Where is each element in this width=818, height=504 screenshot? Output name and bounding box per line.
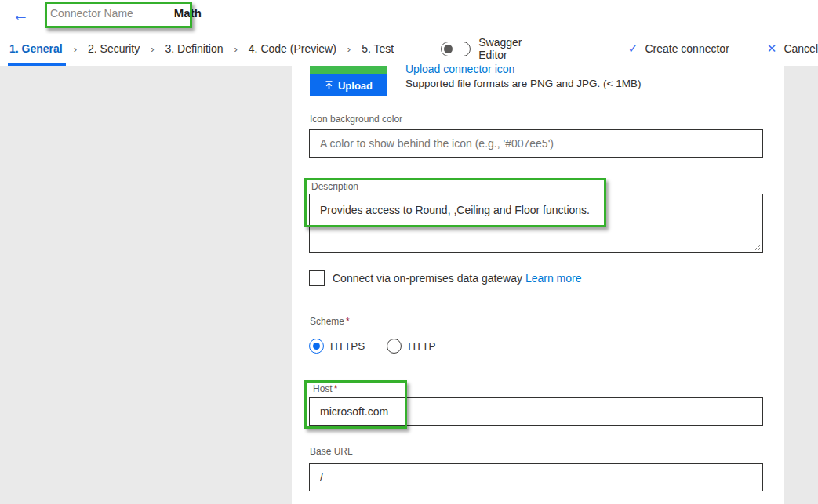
general-form: Upload Upload connector icon Supported f… [292, 66, 784, 504]
radio-http-label: HTTP [408, 340, 435, 352]
host-label-text: Host [313, 383, 333, 394]
swagger-editor-toggle[interactable] [441, 42, 471, 56]
tab-test[interactable]: 5. Test [362, 41, 394, 56]
swagger-editor-label: Swagger Editor [478, 36, 545, 61]
upload-button[interactable]: Upload [310, 74, 387, 96]
scrollbar-track[interactable] [784, 66, 818, 504]
wizard-nav: 1. General › 2. Security › 3. Definition… [0, 31, 818, 66]
required-asterisk: * [346, 316, 350, 327]
radio-circle-icon [387, 339, 402, 354]
connector-name-field[interactable]: Connector Name Math [50, 6, 202, 20]
connector-name-value: Math [174, 6, 202, 20]
cancel-button[interactable]: ✕ Cancel [767, 42, 818, 56]
gateway-row: Connect via on-premises data gateway Lea… [309, 270, 582, 286]
connector-name-label: Connector Name [50, 7, 133, 20]
gateway-label-text: Connect via on-premises data gateway [333, 272, 522, 285]
chevron-right-icon: › [234, 43, 237, 55]
host-input[interactable] [309, 397, 763, 426]
back-arrow-icon[interactable]: ← [13, 4, 29, 26]
scheme-label-text: Scheme [310, 316, 344, 327]
resize-grip-icon[interactable] [754, 244, 762, 251]
radio-circle-icon [309, 339, 324, 354]
connector-icon-preview [310, 66, 387, 74]
cancel-label: Cancel [783, 42, 818, 55]
base-url-label: Base URL [310, 446, 353, 457]
radio-http[interactable]: HTTP [387, 339, 435, 354]
radio-https[interactable]: HTTPS [309, 339, 365, 354]
radio-https-label: HTTPS [330, 340, 365, 352]
host-label: Host* [313, 383, 337, 394]
upload-connector-icon-link[interactable]: Upload connector icon [405, 63, 514, 75]
tab-definition[interactable]: 3. Definition [165, 41, 224, 56]
description-label: Description [311, 181, 358, 192]
scheme-label: Scheme* [310, 316, 350, 327]
create-connector-button[interactable]: ✓ Create connector [628, 42, 729, 56]
upload-icon [325, 81, 333, 90]
tab-general[interactable]: 1. General [9, 41, 63, 56]
icon-bg-color-label: Icon background color [310, 114, 402, 125]
learn-more-link[interactable]: Learn more [525, 272, 582, 285]
tab-security[interactable]: 2. Security [88, 41, 140, 56]
left-panel [0, 66, 292, 504]
icon-bg-color-input[interactable] [309, 129, 763, 158]
toggle-knob [444, 45, 453, 53]
upload-format-hint: Supported file formats are PNG and JPG. … [405, 78, 642, 89]
tab-code-preview[interactable]: 4. Code (Preview) [249, 41, 336, 56]
scheme-radio-group: HTTPS HTTP [309, 339, 458, 354]
connector-wizard-window: ← Connector Name Math 1. General › 2. Se… [0, 0, 818, 504]
upload-button-label: Upload [338, 80, 373, 92]
checkmark-icon: ✓ [628, 42, 638, 56]
required-asterisk: * [334, 383, 338, 394]
wizard-steps: 1. General › 2. Security › 3. Definition… [0, 41, 394, 56]
close-icon: ✕ [767, 42, 777, 56]
description-textarea[interactable]: Provides access to Round, ,Ceiling and F… [309, 194, 763, 253]
top-bar: ← Connector Name Math [0, 0, 818, 31]
chevron-right-icon: › [151, 43, 154, 55]
create-connector-label: Create connector [645, 42, 729, 55]
base-url-input[interactable] [309, 463, 763, 491]
chevron-right-icon: › [347, 43, 351, 55]
chevron-right-icon: › [74, 43, 77, 55]
gateway-label: Connect via on-premises data gateway Lea… [333, 272, 582, 285]
gateway-checkbox[interactable] [309, 270, 325, 286]
